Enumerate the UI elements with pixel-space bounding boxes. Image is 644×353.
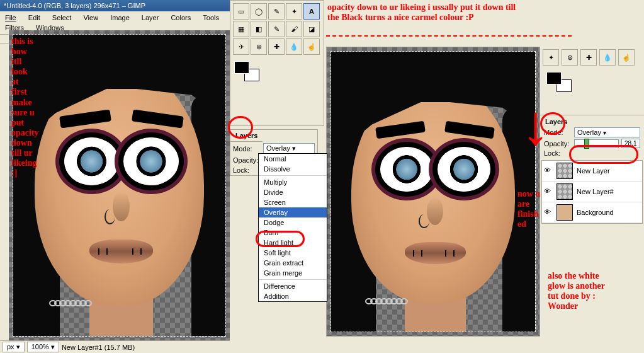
annotation-left: this is how itll look at first make sure… xyxy=(11,37,39,178)
bucket-tool[interactable]: ▦ xyxy=(233,21,249,37)
mode-grainextract[interactable]: Grain extract xyxy=(259,258,327,268)
menu-tools[interactable]: Tools xyxy=(198,13,224,23)
mode-overlay[interactable]: Overlay xyxy=(259,207,327,217)
status-bar: px ▾ 100% ▾ New Layer#1 (15.7 MB) xyxy=(0,340,230,353)
airbrush-tool[interactable]: ✈ xyxy=(233,38,249,55)
menu-select[interactable]: Select xyxy=(47,13,77,23)
foreground-color[interactable] xyxy=(234,61,249,74)
dock-tool-3[interactable]: ✚ xyxy=(580,49,597,66)
canvas-right[interactable] xyxy=(326,47,540,337)
dock-tool-2[interactable]: ⊛ xyxy=(562,49,578,66)
image-canvas-left xyxy=(13,34,226,337)
annotation-arrow: ↓ xyxy=(521,113,550,136)
layers-dock-right: ✦ ⊛ ✚ 💧 ☝ Layers Mode: Overlay ▾ Opacity… xyxy=(540,47,644,299)
mode-screen[interactable]: Screen xyxy=(259,197,327,207)
menu-view[interactable]: View xyxy=(78,13,103,23)
mode-divide[interactable]: Divide xyxy=(259,187,327,197)
layer-item[interactable]: 👁 New Layer# xyxy=(542,182,642,202)
toolbox: ▭ ◯ ✎ ✦ A ▦ ◧ ✎ 🖌 ◪ ✈ ⊛ ✚ 💧 ☝ xyxy=(230,0,324,126)
layer-name: New Layer# xyxy=(577,188,614,195)
wand-tool[interactable]: ✦ xyxy=(286,3,302,20)
lock-label: Lock: xyxy=(233,166,261,174)
annotation-circle-opacity xyxy=(569,145,638,164)
mode-dodge[interactable]: Dodge xyxy=(259,217,327,228)
annotation-top: opacity down to ur likeing i ussally put… xyxy=(327,3,516,23)
layer-thumb xyxy=(556,204,573,221)
layer-thumb xyxy=(556,163,573,179)
annotation-finished: now u are finish ed xyxy=(517,189,540,229)
menu-image[interactable]: Image xyxy=(105,13,135,23)
visibility-icon[interactable]: 👁 xyxy=(544,208,553,217)
pencil-tool[interactable]: ✎ xyxy=(268,21,285,37)
text-tool[interactable]: A xyxy=(303,3,320,20)
dock-tool-5[interactable]: ☝ xyxy=(618,49,635,66)
annotation-circle-layers-icon xyxy=(228,116,253,139)
gradient-tool[interactable]: ◧ xyxy=(251,21,267,37)
blur-tool[interactable]: 💧 xyxy=(286,38,302,55)
menu-layer[interactable]: Layer xyxy=(137,13,164,23)
dock-tool-4[interactable]: 💧 xyxy=(599,49,616,66)
unit-selector[interactable]: px ▾ xyxy=(3,342,25,352)
annotation-circle-overlay xyxy=(256,231,305,247)
visibility-icon[interactable]: 👁 xyxy=(544,166,553,175)
brush-tool[interactable]: 🖌 xyxy=(286,21,302,37)
mode-grainmerge[interactable]: Grain merge xyxy=(259,268,327,278)
mode-selector-right[interactable]: Overlay ▾ xyxy=(574,127,640,137)
mode-dissolve[interactable]: Dissolve xyxy=(259,164,327,174)
window-titlebar: *Untitled-4.0 (RGB, 3 layers) 296x471 – … xyxy=(0,0,230,11)
opacity-label: Opacity: xyxy=(233,156,261,164)
layer-name: New Layer xyxy=(577,167,610,175)
menu-edit[interactable]: Edit xyxy=(23,13,45,23)
dock-toolbar: ✦ ⊛ ✚ 💧 ☝ xyxy=(540,47,644,68)
heal-tool[interactable]: ✚ xyxy=(268,38,285,55)
mode-selector[interactable]: Overlay ▾ xyxy=(263,143,315,154)
menu-colors[interactable]: Colors xyxy=(166,13,196,23)
color-swatch-right[interactable] xyxy=(543,72,574,93)
canvas-left[interactable] xyxy=(9,30,230,340)
mode-normal[interactable]: Normal xyxy=(259,154,327,164)
ellipse-select-tool[interactable]: ◯ xyxy=(251,3,267,20)
mode-difference[interactable]: Difference xyxy=(259,281,327,291)
layer-thumb xyxy=(556,183,573,200)
mode-addition[interactable]: Addition xyxy=(259,291,327,301)
annotation-credit: also the white glow is another tut done … xyxy=(548,271,605,311)
blend-mode-dropdown[interactable]: Normal Dissolve Multiply Divide Screen O… xyxy=(258,153,327,302)
mode-multiply[interactable]: Multiply xyxy=(259,177,327,187)
layer-name: Background xyxy=(577,209,614,216)
layer-list: 👁 New Layer 👁 New Layer# 👁 Background xyxy=(541,160,643,224)
eraser-tool[interactable]: ◪ xyxy=(303,21,320,37)
layer-item[interactable]: 👁 Background xyxy=(542,202,642,223)
zoom-selector[interactable]: 100% ▾ xyxy=(27,342,59,352)
image-canvas-right xyxy=(330,51,536,332)
color-swatch[interactable] xyxy=(234,61,259,81)
rect-select-tool[interactable]: ▭ xyxy=(233,3,249,20)
status-layer: New Layer#1 (15.7 MB) xyxy=(62,344,135,351)
smudge-tool[interactable]: ☝ xyxy=(303,38,320,55)
mode-label: Mode: xyxy=(233,145,261,153)
annotation-divider xyxy=(326,35,572,37)
lasso-tool[interactable]: ✎ xyxy=(268,3,285,20)
visibility-icon[interactable]: 👁 xyxy=(544,187,553,196)
mode-softlight[interactable]: Soft light xyxy=(259,248,327,258)
clone-tool[interactable]: ⊛ xyxy=(251,38,267,55)
menu-file[interactable]: File xyxy=(0,13,21,23)
dock-tool-1[interactable]: ✦ xyxy=(543,49,559,66)
